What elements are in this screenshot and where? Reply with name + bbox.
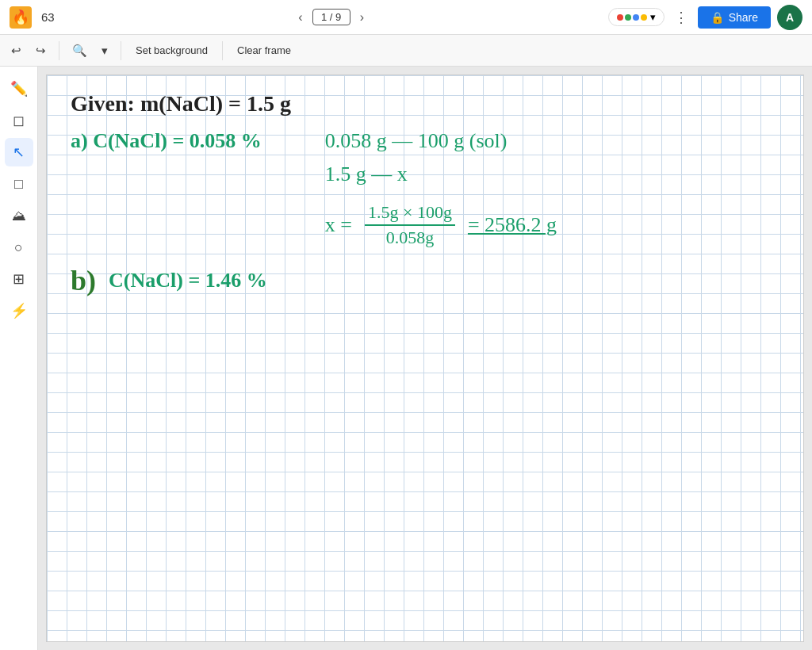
whiteboard[interactable]: Given: m(NaCl) = 1.5 g a) C(NaCl) = 0.05…: [46, 75, 804, 642]
user-avatar[interactable]: A: [777, 5, 802, 30]
more-options-button[interactable]: ⋮: [671, 6, 691, 29]
part-b-value: C(NaCl) = 1.46 %: [109, 269, 267, 292]
left-sidebar: ✏️ ◻ ↖ □ ⛰ ○ ⊞ ⚡: [0, 67, 38, 650]
meet-dot-blue: [633, 14, 639, 21]
pen-tool-button[interactable]: ✏️: [5, 75, 33, 103]
proportion-bottom-row: 1.5 g — x: [325, 162, 557, 186]
share-button[interactable]: 🔒 Share: [698, 6, 771, 29]
right-actions: ▾ ⋮ 🔒 Share A: [608, 5, 802, 30]
logo-icon: 🔥: [12, 9, 29, 26]
toolbar-separator-2: [121, 41, 121, 60]
given-text: Given: m(NaCl) = 1.5 g: [71, 91, 291, 116]
app-logo: 🔥: [10, 6, 32, 29]
undo-button[interactable]: ↩: [6, 40, 26, 61]
image-tool-button[interactable]: ⛰: [5, 201, 33, 230]
redo-button[interactable]: ↪: [31, 40, 51, 61]
part-b-label: b): [71, 264, 96, 297]
given-line: Given: m(NaCl) = 1.5 g: [71, 91, 779, 117]
part-a-right: 0.058 g — 100 g (sol) 1.5 g — x x = 1.5g…: [325, 129, 557, 248]
comment-tool-button[interactable]: □: [5, 170, 33, 198]
select-tool-button[interactable]: ↖: [5, 138, 33, 166]
select-icon: ↖: [13, 143, 25, 161]
share-label: Share: [729, 11, 758, 24]
clear-frame-button[interactable]: Clear frame: [231, 41, 297, 59]
frame-tool-button[interactable]: ⊞: [5, 265, 33, 293]
shape-tool-button[interactable]: ○: [5, 233, 33, 262]
math-content: Given: m(NaCl) = 1.5 g a) C(NaCl) = 0.05…: [71, 91, 779, 297]
zoom-button[interactable]: 🔍: [67, 40, 92, 61]
fraction-numerator: 1.5g × 100g: [365, 202, 455, 226]
comment-icon: □: [14, 176, 23, 193]
meet-dot-green: [625, 14, 631, 21]
part-a-section: a) C(NaCl) = 0.058 % 0.058 g — 100 g (so…: [71, 129, 779, 248]
pen-icon: ✏️: [10, 80, 28, 98]
next-page-button[interactable]: ›: [355, 7, 369, 28]
toolbar-separator: [59, 41, 59, 60]
toolbar-separator-3: [222, 41, 223, 60]
page-count: 63: [41, 10, 55, 24]
arrow-tool-button[interactable]: ⚡: [5, 296, 33, 325]
meet-dot-red: [617, 14, 623, 21]
frame-icon: ⊞: [13, 270, 25, 288]
fraction-block: x = 1.5g × 100g 0.058g = 2586.2 g: [325, 202, 557, 248]
arrow-icon: ⚡: [10, 302, 28, 319]
eraser-icon: ◻: [13, 112, 25, 129]
canvas-area[interactable]: Given: m(NaCl) = 1.5 g a) C(NaCl) = 0.05…: [38, 67, 812, 650]
fraction: 1.5g × 100g 0.058g: [365, 202, 455, 248]
prev-page-button[interactable]: ‹: [293, 7, 307, 28]
part-b-section: b) C(NaCl) = 1.46 %: [71, 264, 779, 297]
image-icon: ⛰: [12, 208, 26, 224]
zoom-dropdown-button[interactable]: ▾: [97, 40, 113, 61]
fraction-denominator: 0.058g: [383, 226, 438, 248]
meet-dot-yellow: [641, 14, 647, 21]
result-value: = 2586.2 g: [468, 213, 557, 237]
top-bar: 🔥 63 ‹ 1 / 9 › ▾ ⋮ 🔒 Share A: [0, 0, 812, 35]
navigation-area: ‹ 1 / 9 ›: [293, 7, 369, 28]
part-a-label: a) C(NaCl) = 0.058 %: [71, 129, 262, 153]
page-indicator: 1 / 9: [312, 9, 350, 25]
proportion-top-row: 0.058 g — 100 g (sol): [325, 129, 557, 153]
shape-icon: ○: [14, 239, 23, 256]
share-icon: 🔒: [710, 11, 724, 24]
x-label: x =: [325, 213, 352, 237]
toolbar: ↩ ↪ 🔍 ▾ Set background Clear frame: [0, 35, 812, 67]
google-meet-button[interactable]: ▾: [608, 8, 665, 26]
main-area: ✏️ ◻ ↖ □ ⛰ ○ ⊞ ⚡: [0, 67, 812, 650]
meet-dropdown-icon: ▾: [650, 11, 656, 23]
eraser-tool-button[interactable]: ◻: [5, 106, 33, 135]
set-background-button[interactable]: Set background: [129, 41, 214, 59]
